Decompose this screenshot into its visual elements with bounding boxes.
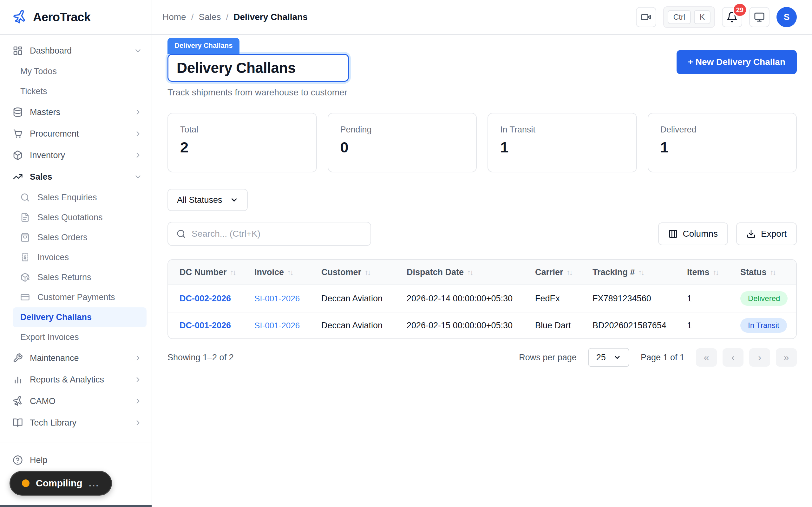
horizontal-scrollbar[interactable] <box>0 505 152 507</box>
invoice-link[interactable]: SI-001-2026 <box>254 294 300 303</box>
filter-row: All Statuses <box>167 189 797 211</box>
column-header-carrier[interactable]: Carrier↑↓ <box>535 268 593 277</box>
display-button[interactable] <box>749 7 769 27</box>
sidebar-item-maintenance[interactable]: Maintenance <box>0 347 152 369</box>
sidebar-item-my-todos[interactable]: My Todos <box>0 61 152 81</box>
credit-card-icon <box>20 292 31 302</box>
shopping-bag-icon <box>20 233 31 243</box>
sort-icon: ↑↓ <box>287 268 293 277</box>
receipt-icon <box>20 252 31 263</box>
sidebar-item-label: Delivery Challans <box>20 313 92 322</box>
stat-label: Total <box>180 125 304 135</box>
sidebar-item-dashboard[interactable]: Dashboard <box>0 40 152 61</box>
trending-up-icon <box>13 172 23 182</box>
sidebar-item-delivery-challans[interactable]: Delivery Challans <box>13 307 147 327</box>
column-header-invoice[interactable]: Invoice↑↓ <box>254 268 321 277</box>
invoice-link[interactable]: SI-001-2026 <box>254 321 300 330</box>
sidebar-item-label: Sales <box>30 172 52 182</box>
sidebar-item-label: Maintenance <box>30 353 79 363</box>
sidebar-item-camo[interactable]: CAMO <box>0 390 152 412</box>
tracking-cell: FX7891234560 <box>593 294 687 303</box>
grid-icon <box>13 46 23 56</box>
table-header-row: DC Number↑↓ Invoice↑↓ Customer↑↓ Dispatc… <box>168 260 796 285</box>
chevron-right-icon <box>134 354 142 362</box>
dc-number-link[interactable]: DC-002-2026 <box>180 294 231 303</box>
monitor-icon <box>754 12 765 22</box>
sidebar-item-inventory[interactable]: Inventory <box>0 145 152 166</box>
table-row[interactable]: DC-001-2026 SI-001-2026 Deccan Aviation … <box>168 312 796 338</box>
rows-per-page-select[interactable]: 25 <box>588 348 629 367</box>
sort-icon: ↑↓ <box>638 268 644 277</box>
app-logo[interactable]: AeroTrack <box>0 0 152 35</box>
sidebar-item-tech-library[interactable]: Tech Library <box>0 412 152 434</box>
stat-label: Delivered <box>660 125 784 135</box>
column-header-customer[interactable]: Customer↑↓ <box>321 268 407 277</box>
help-button[interactable]: Help <box>0 449 152 471</box>
previous-page-button[interactable]: ‹ <box>722 348 744 367</box>
sidebar-item-label: My Todos <box>20 66 57 76</box>
command-palette-shortcut[interactable]: Ctrl K <box>663 6 715 28</box>
showing-count: Showing 1–2 of 2 <box>167 353 234 362</box>
page-title-input[interactable]: Delivery Challans <box>167 54 349 82</box>
compiling-toast: Compiling ... <box>9 471 112 496</box>
export-button[interactable]: Export <box>736 222 797 245</box>
stat-card-in-transit: In Transit 1 <box>488 113 637 172</box>
column-header-tracking[interactable]: Tracking #↑↓ <box>593 268 687 277</box>
package-x-icon <box>20 273 31 283</box>
column-header-items[interactable]: Items↑↓ <box>687 268 740 277</box>
sidebar-item-customer-payments[interactable]: Customer Payments <box>0 287 152 307</box>
video-call-button[interactable] <box>636 7 656 27</box>
next-page-button[interactable]: › <box>749 348 770 367</box>
sidebar-item-sales-orders[interactable]: Sales Orders <box>0 228 152 247</box>
first-page-button[interactable]: « <box>696 348 717 367</box>
stat-value: 1 <box>500 138 624 156</box>
sidebar-item-label: Dashboard <box>30 46 72 56</box>
stat-label: In Transit <box>500 125 624 135</box>
search-input[interactable] <box>192 229 362 239</box>
sidebar-item-masters[interactable]: Masters <box>0 101 152 123</box>
last-page-button[interactable]: » <box>776 348 797 367</box>
toast-ellipsis: ... <box>89 478 100 489</box>
stat-card-delivered: Delivered 1 <box>648 113 797 172</box>
sort-icon: ↑↓ <box>713 268 718 277</box>
chevron-down-icon <box>134 173 142 181</box>
avatar[interactable]: S <box>776 7 797 27</box>
sidebar-item-sales-quotations[interactable]: Sales Quotations <box>0 208 152 228</box>
sidebar-item-label: Sales Enquiries <box>38 193 97 203</box>
table-row[interactable]: DC-002-2026 SI-001-2026 Deccan Aviation … <box>168 285 796 312</box>
sidebar-item-procurement[interactable]: Procurement <box>0 123 152 145</box>
page-subtitle: Track shipments from warehouse to custom… <box>167 88 349 98</box>
sidebar-item-sales-enquiries[interactable]: Sales Enquiries <box>0 187 152 208</box>
stat-value: 2 <box>180 138 304 156</box>
column-header-status[interactable]: Status↑↓ <box>740 268 796 277</box>
status-filter-select[interactable]: All Statuses <box>167 189 248 211</box>
chevron-right-icon <box>134 151 142 159</box>
sidebar-item-export-invoices[interactable]: Export Invoices <box>0 327 152 347</box>
breadcrumb-separator: / <box>226 12 229 22</box>
chevron-right-icon <box>134 418 142 427</box>
cart-icon <box>13 129 23 139</box>
dispatch-date-cell: 2026-02-14 00:00:00+05:30 <box>407 294 535 303</box>
customer-cell: Deccan Aviation <box>321 294 407 303</box>
breadcrumb-home[interactable]: Home <box>162 12 186 22</box>
ctrl-key: Ctrl <box>668 10 691 24</box>
plane-icon <box>13 396 23 406</box>
page-indicator: Page 1 of 1 <box>641 353 684 362</box>
rows-per-page-value: 25 <box>596 353 606 362</box>
dc-number-link[interactable]: DC-001-2026 <box>180 321 231 330</box>
sidebar-item-sales[interactable]: Sales <box>0 166 152 187</box>
columns-button[interactable]: Columns <box>658 222 728 245</box>
sidebar-item-label: Procurement <box>30 129 79 139</box>
column-header-dispatch-date[interactable]: Dispatch Date↑↓ <box>407 268 535 277</box>
sidebar-item-invoices[interactable]: Invoices <box>0 247 152 268</box>
stat-card-pending: Pending 0 <box>328 113 477 172</box>
book-open-icon <box>13 418 23 428</box>
sort-icon: ↑↓ <box>364 268 370 277</box>
sidebar-item-sales-returns[interactable]: Sales Returns <box>0 268 152 287</box>
column-header-dc-number[interactable]: DC Number↑↓ <box>168 268 254 277</box>
sidebar-item-reports-analytics[interactable]: Reports & Analytics <box>0 369 152 390</box>
new-delivery-challan-button[interactable]: + New Delivery Challan <box>676 50 797 74</box>
breadcrumb-sales[interactable]: Sales <box>199 12 221 22</box>
sidebar-item-tickets[interactable]: Tickets <box>0 81 152 101</box>
search-icon <box>176 229 186 239</box>
